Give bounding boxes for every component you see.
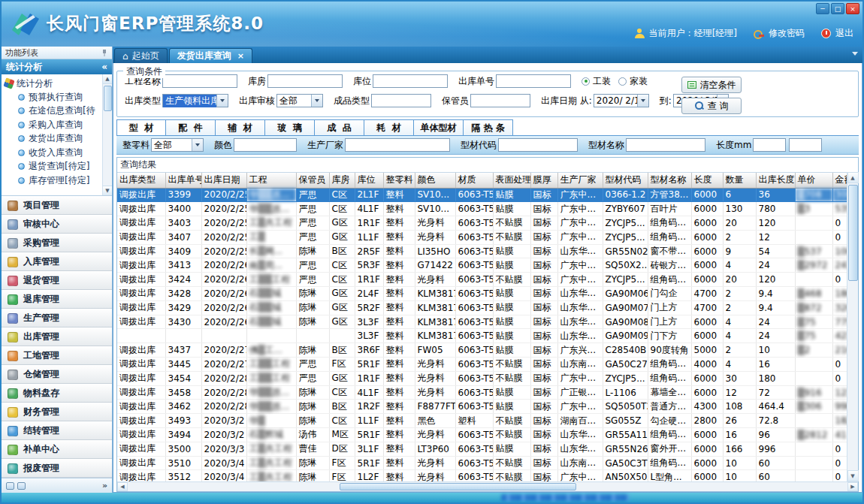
- material-tab[interactable]: 型 材: [116, 119, 166, 135]
- length-min-input[interactable]: [753, 138, 786, 152]
- column-header[interactable]: 数量: [723, 173, 756, 188]
- table-row[interactable]: 调拨出库34282020/2/26石▒▒城陈琳G区2L4F整料KLM381760…: [117, 287, 847, 301]
- sidebar-menu-item[interactable]: 退库管理: [2, 290, 112, 309]
- tab-shipment-out-query[interactable]: 发货出库查询 ×: [169, 48, 252, 63]
- column-header[interactable]: 金额: [832, 173, 847, 188]
- table-row[interactable]: 3L3F整料KLM38176063-T5贴膜国标山东华...GA90M09...…: [117, 329, 847, 343]
- order-no-input[interactable]: [496, 74, 571, 88]
- color-input[interactable]: [234, 138, 297, 152]
- search-button[interactable]: 查 询: [681, 98, 742, 114]
- material-tab[interactable]: 辅 材: [216, 119, 265, 135]
- tab-home[interactable]: 起始页: [114, 48, 168, 63]
- close-button[interactable]: ×: [846, 3, 859, 14]
- table-row[interactable]: 调拨出库34372020/2/27佛▒工...陈琳B区3R6F整料FW05606…: [117, 343, 847, 358]
- table-row[interactable]: 调拨出库34092020/2/25长▒网...陈琳B区2R5F整料LI35HO6…: [117, 244, 847, 258]
- table-row[interactable]: 调拨出库34622020/2/28华▒▒原...陈琳B区1R2F整料F8877F…: [117, 400, 847, 414]
- column-header[interactable]: 库位: [355, 173, 383, 188]
- column-header[interactable]: 保管员: [296, 173, 329, 188]
- tree-root-statistics[interactable]: 统计分析: [5, 77, 101, 90]
- table-row[interactable]: 调拨出库34582020/2/28华▒▒原...陈琳C区4L1F整料光身料606…: [117, 385, 847, 400]
- sidebar-menu-item[interactable]: 采购管理: [2, 234, 112, 252]
- tree-item[interactable]: 发货出库查询: [5, 132, 101, 146]
- material-tab[interactable]: 配 件: [166, 119, 216, 135]
- date-from-picker[interactable]: 2020/ 2/16: [594, 94, 649, 107]
- table-row[interactable]: 调拨出库35102020/3/4工▒共工程陈琳F区5R1F整料光身料6063-T…: [117, 456, 847, 470]
- chevron-down-icon[interactable]: [216, 95, 228, 107]
- out-type-select[interactable]: 生产领料出库: [162, 94, 228, 107]
- scroll-left-icon[interactable]: ◀: [117, 482, 128, 491]
- audit-select[interactable]: 全部: [276, 94, 323, 107]
- column-header[interactable]: 单价: [795, 173, 832, 188]
- column-header[interactable]: 型材名称: [648, 173, 691, 188]
- tab-close-icon[interactable]: ×: [237, 51, 244, 61]
- chevron-down-icon[interactable]: [637, 95, 648, 107]
- column-header[interactable]: 型材代码: [603, 173, 648, 188]
- collapse-icon[interactable]: «: [101, 62, 107, 72]
- sidebar-menu-item[interactable]: 入库管理: [2, 252, 112, 271]
- sidebar-menu-item[interactable]: 仓储管理: [2, 365, 112, 384]
- profile-name-input[interactable]: [626, 138, 705, 152]
- scroll-up-icon[interactable]: ▲: [847, 172, 859, 183]
- sidebar-menu-item[interactable]: 补单中心: [2, 440, 112, 459]
- panel-switch-icon[interactable]: [6, 482, 14, 490]
- tree-scroll-thumb[interactable]: [104, 86, 112, 111]
- tree-item[interactable]: 在途信息查询[待: [5, 104, 101, 119]
- whole-piece-select[interactable]: 全部: [151, 138, 204, 152]
- table-row[interactable]: 调拨出库34002020/2/25华▒▒原...严思C区4L1F整料SV10..…: [117, 202, 847, 216]
- clear-conditions-button[interactable]: 清空条件: [681, 77, 742, 93]
- minimize-button[interactable]: ─: [816, 3, 829, 14]
- horizontal-scroll-thumb[interactable]: [340, 483, 577, 490]
- table-row[interactable]: 调拨出库34942020/3/2石▒辉城汤伟M区5R1F整料光身料6063-T5…: [117, 428, 847, 442]
- column-header[interactable]: 材质: [455, 173, 493, 188]
- column-header[interactable]: 颜色: [415, 173, 455, 188]
- table-row[interactable]: 调拨出库34072020/2/25工▒严思G区1L1F整料光身料6063-T5不…: [117, 230, 847, 244]
- tab-list-dropdown-icon[interactable]: [852, 52, 858, 56]
- sidebar-section-statistics[interactable]: 统计分析 «: [2, 59, 112, 74]
- chevron-down-icon[interactable]: [311, 95, 322, 107]
- sidebar-menu-item[interactable]: 退货管理: [2, 271, 112, 290]
- logout-button[interactable]: 退出: [835, 27, 853, 40]
- location-input[interactable]: [373, 74, 448, 88]
- maximize-button[interactable]: □: [831, 3, 844, 14]
- table-row[interactable]: 调拨出库34302020/2/26石▒▒城陈琳G区3L3F整料KLM381760…: [117, 315, 847, 329]
- table-row[interactable]: 调拨出库34932020/3/2华▒陈琳C区1L1F整料黑色塑料不贴膜国标湖南百…: [117, 414, 847, 428]
- vertical-scroll-thumb[interactable]: [848, 185, 858, 281]
- column-header[interactable]: 库房: [329, 173, 355, 188]
- warehouse-input[interactable]: [267, 74, 343, 88]
- panel-switch-icon-2[interactable]: [17, 482, 26, 490]
- project-name-input[interactable]: [162, 74, 237, 88]
- material-tab[interactable]: 成 品: [315, 119, 364, 135]
- sidebar-menu-item[interactable]: 结转管理: [2, 421, 112, 440]
- scroll-down-icon[interactable]: ▼: [847, 470, 859, 481]
- material-tab[interactable]: 单体型材: [414, 119, 464, 135]
- sidebar-menu-item[interactable]: 审核中心: [2, 215, 112, 234]
- material-tab[interactable]: 耗 材: [364, 119, 414, 135]
- table-row[interactable]: 调拨出库35002020/3/3工▒共工程曹佳D区3L1F整料LT3P60606…: [117, 442, 847, 456]
- tree-item[interactable]: 收货入库查询: [5, 146, 101, 160]
- sidebar-menu-item[interactable]: 项目管理: [2, 196, 112, 215]
- more-panels-icon[interactable]: »: [102, 481, 107, 490]
- table-row[interactable]: 调拨出库34452020/2/27工▒▒工程严思F区5R1F整料光身料6063-…: [117, 358, 847, 372]
- scroll-up-icon[interactable]: ▲: [103, 74, 113, 84]
- material-tab[interactable]: 隔 热 条: [464, 119, 513, 135]
- material-tab[interactable]: 玻 璃: [265, 119, 315, 135]
- tree-item[interactable]: 预算执行查询: [5, 90, 101, 104]
- column-header[interactable]: 出库长度: [756, 173, 795, 188]
- column-header[interactable]: 长度: [691, 173, 723, 188]
- tree-item[interactable]: 采购入库查询: [5, 118, 101, 132]
- column-header[interactable]: 工程: [246, 173, 296, 188]
- sidebar-menu-item[interactable]: 报废管理: [2, 459, 112, 478]
- chevron-down-icon[interactable]: [192, 139, 203, 151]
- sidebar-menu-item[interactable]: 工地管理: [2, 346, 112, 365]
- radio-option[interactable]: 家装: [618, 75, 648, 88]
- product-type-input[interactable]: [371, 94, 431, 107]
- table-row[interactable]: 调拨出库35122020/3/4工▒共工程陈琳F区1L2F整料光身料6063-T…: [117, 470, 847, 481]
- pin-icon[interactable]: [101, 49, 108, 56]
- radio-option[interactable]: 工装: [582, 75, 611, 88]
- tree-scrollbar[interactable]: ▲ ▼: [102, 74, 112, 195]
- table-row[interactable]: 调拨出库34032020/2/25工▒共工程严思G区1R1F整料光身料6063-…: [117, 216, 847, 231]
- sidebar-menu-item[interactable]: 出库管理: [2, 327, 112, 346]
- tree-item[interactable]: 退货查询[待定]: [5, 160, 101, 174]
- sidebar-menu-item[interactable]: 财务管理: [2, 403, 112, 421]
- length-max-input[interactable]: [789, 138, 822, 152]
